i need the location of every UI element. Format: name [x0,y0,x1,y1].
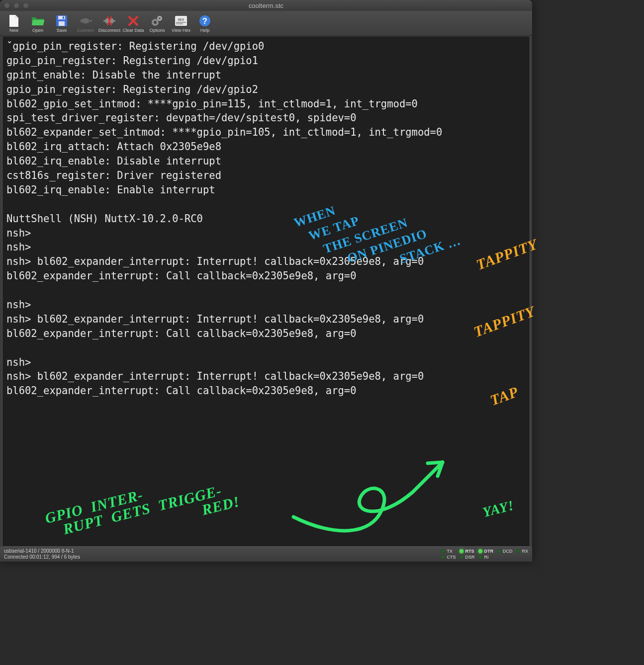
led-dsr: DSR [460,555,474,560]
clear-x-icon [126,14,140,28]
led-label: DTR [484,549,493,554]
clear-data-button[interactable]: Clear Data [122,13,144,33]
led-indicator [460,549,463,553]
plug-disconnect-icon [102,14,116,28]
svg-rect-13 [176,22,186,23]
status-bar: usbserial-1410 / 2000000 8-N-1 Connected… [0,547,532,562]
led-indicator [497,549,501,553]
led-rx: RX [516,549,528,554]
titlebar: coolterm.stc [0,0,532,11]
options-button[interactable]: Options [146,13,168,33]
led-indicator [516,549,520,553]
terminal-text: ˇgpio_pin_register: Registering /dev/gpi… [6,39,526,398]
svg-point-10 [159,17,161,19]
zoom-window-button[interactable] [23,2,29,8]
toolbar-label: Disconnect [98,28,121,33]
status-left: usbserial-1410 / 2000000 8-N-1 Connected… [4,548,80,560]
led-indicator [441,555,445,559]
led-label: DSR [465,555,474,560]
close-window-button[interactable] [4,2,10,8]
svg-rect-14 [176,23,183,24]
led-cts: CTS [441,555,456,560]
svg-rect-4 [83,18,88,23]
toolbar-label: Options [149,28,165,33]
toolbar-label: Clear Data [122,28,144,33]
toolbar-label: New [9,28,18,33]
led-label: RTS [465,549,474,554]
new-button[interactable]: New [3,13,25,33]
disconnect-button[interactable]: Disconnect [98,13,120,33]
led-dcd: DCD [497,549,513,554]
save-button[interactable]: Save [51,13,73,33]
toolbar-label: Save [57,28,67,33]
led-label: TX [447,549,453,554]
led-rts[interactable]: RTS [460,549,474,554]
view-hex-button[interactable]: HEX View Hex [170,13,192,33]
status-leds: TXRTSDTRDCDRXCTSDSRRI [441,549,528,560]
window-controls [4,2,29,8]
app-window: coolterm.stc New Open Save Connect [0,0,532,562]
led-indicator [478,555,482,559]
open-button[interactable]: Open [27,13,49,33]
svg-text:?: ? [202,17,207,25]
connect-button: Connect [75,13,96,33]
status-port-info: usbserial-1410 / 2000000 8-N-1 [4,548,80,554]
led-indicator [441,549,445,553]
led-label: DCD [503,549,513,554]
led-label: RI [484,555,488,560]
toolbar: New Open Save Connect Disconnect [0,11,532,36]
folder-open-icon [31,14,45,28]
led-label: CTS [447,555,456,560]
led-dtr[interactable]: DTR [478,549,493,554]
led-tx: TX [441,549,456,554]
svg-point-8 [154,21,157,24]
window-title: coolterm.stc [0,2,532,9]
svg-rect-2 [59,21,65,26]
help-icon: ? [198,14,212,28]
status-connection-info: Connected 00:01:12, 994 / 6 bytes [4,554,80,560]
terminal-output[interactable]: ˇgpio_pin_register: Registering /dev/gpi… [2,36,530,547]
toolbar-label: View Hex [172,28,190,33]
minimize-window-button[interactable] [13,2,19,8]
led-indicator [478,549,482,553]
led-label: RX [522,549,528,554]
new-file-icon [7,14,21,28]
led-indicator [460,555,463,559]
floppy-disk-icon [55,14,69,28]
svg-text:HEX: HEX [178,18,184,22]
toolbar-label: Connect [77,28,94,33]
toolbar-label: Help [200,28,210,33]
led-ri: RI [478,555,493,560]
gear-icon [150,14,164,28]
help-button[interactable]: ? Help [194,13,216,33]
hex-icon: HEX [174,14,188,28]
toolbar-label: Open [32,28,43,33]
plug-connect-icon [79,14,92,28]
svg-rect-3 [63,16,64,19]
